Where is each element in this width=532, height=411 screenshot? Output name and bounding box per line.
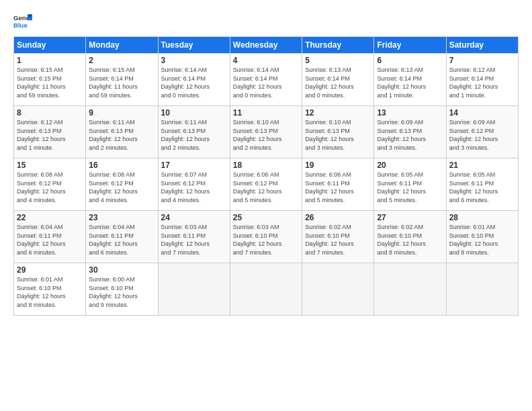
day-info: Sunrise: 6:04 AM Sunset: 6:11 PM Dayligh…	[17, 223, 83, 257]
day-number: 8	[17, 108, 83, 118]
day-number: 17	[161, 161, 227, 170]
table-row: 7Sunrise: 6:12 AM Sunset: 6:14 PM Daylig…	[446, 54, 518, 106]
day-info: Sunrise: 6:11 AM Sunset: 6:13 PM Dayligh…	[89, 118, 154, 152]
day-info: Sunrise: 6:08 AM Sunset: 6:12 PM Dayligh…	[17, 171, 83, 204]
calendar-header-thursday: Thursday	[302, 37, 374, 54]
table-row: 16Sunrise: 6:08 AM Sunset: 6:12 PM Dayli…	[86, 158, 158, 211]
day-info: Sunrise: 6:06 AM Sunset: 6:11 PM Dayligh…	[305, 171, 371, 204]
page: General Blue SundayMondayTuesdayWednesda…	[0, 0, 532, 411]
calendar-header-tuesday: Tuesday	[158, 37, 230, 54]
svg-text:Blue: Blue	[13, 21, 28, 29]
day-info: Sunrise: 6:14 AM Sunset: 6:14 PM Dayligh…	[161, 66, 227, 99]
table-row: 14Sunrise: 6:09 AM Sunset: 6:12 PM Dayli…	[446, 106, 518, 158]
table-row: 17Sunrise: 6:07 AM Sunset: 6:12 PM Dayli…	[158, 158, 230, 211]
day-number: 23	[89, 213, 154, 222]
table-row: 30Sunrise: 6:00 AM Sunset: 6:10 PM Dayli…	[86, 263, 158, 316]
day-info: Sunrise: 6:07 AM Sunset: 6:12 PM Dayligh…	[161, 171, 227, 204]
table-row: 26Sunrise: 6:02 AM Sunset: 6:10 PM Dayli…	[302, 211, 374, 263]
calendar-week-4: 29Sunrise: 6:01 AM Sunset: 6:10 PM Dayli…	[14, 263, 519, 316]
day-number: 29	[17, 265, 83, 275]
day-info: Sunrise: 6:05 AM Sunset: 6:11 PM Dayligh…	[377, 171, 443, 204]
day-number: 2	[89, 56, 154, 65]
day-number: 19	[305, 161, 371, 170]
table-row	[158, 263, 230, 316]
day-number: 9	[89, 108, 154, 118]
day-number: 5	[305, 56, 371, 65]
day-number: 24	[161, 213, 227, 222]
table-row: 27Sunrise: 6:02 AM Sunset: 6:10 PM Dayli…	[374, 211, 446, 263]
day-number: 13	[377, 108, 443, 118]
day-info: Sunrise: 6:02 AM Sunset: 6:10 PM Dayligh…	[305, 223, 371, 257]
header: General Blue	[13, 12, 519, 31]
table-row: 15Sunrise: 6:08 AM Sunset: 6:12 PM Dayli…	[14, 158, 86, 211]
calendar-header-sunday: Sunday	[14, 37, 86, 54]
day-info: Sunrise: 6:04 AM Sunset: 6:11 PM Dayligh…	[89, 223, 154, 257]
logo: General Blue	[13, 12, 32, 31]
day-number: 30	[89, 265, 154, 275]
day-number: 7	[449, 56, 515, 65]
day-info: Sunrise: 6:01 AM Sunset: 6:10 PM Dayligh…	[17, 275, 83, 309]
day-number: 25	[233, 213, 299, 222]
day-info: Sunrise: 6:06 AM Sunset: 6:12 PM Dayligh…	[233, 171, 299, 204]
day-info: Sunrise: 6:10 AM Sunset: 6:13 PM Dayligh…	[305, 118, 371, 152]
table-row: 28Sunrise: 6:01 AM Sunset: 6:10 PM Dayli…	[446, 211, 518, 263]
day-info: Sunrise: 6:10 AM Sunset: 6:13 PM Dayligh…	[233, 118, 299, 152]
day-info: Sunrise: 6:08 AM Sunset: 6:12 PM Dayligh…	[89, 171, 154, 204]
day-number: 26	[305, 213, 371, 222]
day-info: Sunrise: 6:15 AM Sunset: 6:14 PM Dayligh…	[89, 66, 154, 99]
table-row: 9Sunrise: 6:11 AM Sunset: 6:13 PM Daylig…	[86, 106, 158, 158]
table-row: 1Sunrise: 6:15 AM Sunset: 6:15 PM Daylig…	[14, 54, 86, 106]
day-number: 6	[377, 56, 443, 65]
day-number: 14	[449, 108, 515, 118]
table-row: 10Sunrise: 6:11 AM Sunset: 6:13 PM Dayli…	[158, 106, 230, 158]
day-info: Sunrise: 6:01 AM Sunset: 6:10 PM Dayligh…	[449, 223, 515, 257]
table-row: 23Sunrise: 6:04 AM Sunset: 6:11 PM Dayli…	[86, 211, 158, 263]
day-number: 3	[161, 56, 227, 65]
day-info: Sunrise: 6:14 AM Sunset: 6:14 PM Dayligh…	[233, 66, 299, 99]
calendar-header-saturday: Saturday	[446, 37, 518, 54]
table-row: 6Sunrise: 6:13 AM Sunset: 6:14 PM Daylig…	[374, 54, 446, 106]
day-number: 22	[17, 213, 83, 222]
calendar-header-friday: Friday	[374, 37, 446, 54]
day-number: 20	[377, 161, 443, 170]
day-info: Sunrise: 6:03 AM Sunset: 6:11 PM Dayligh…	[161, 223, 227, 257]
table-row: 19Sunrise: 6:06 AM Sunset: 6:11 PM Dayli…	[302, 158, 374, 211]
table-row: 12Sunrise: 6:10 AM Sunset: 6:13 PM Dayli…	[302, 106, 374, 158]
table-row: 8Sunrise: 6:12 AM Sunset: 6:13 PM Daylig…	[14, 106, 86, 158]
table-row: 11Sunrise: 6:10 AM Sunset: 6:13 PM Dayli…	[230, 106, 302, 158]
table-row	[446, 263, 518, 316]
table-row: 22Sunrise: 6:04 AM Sunset: 6:11 PM Dayli…	[14, 211, 86, 263]
table-row: 21Sunrise: 6:05 AM Sunset: 6:11 PM Dayli…	[446, 158, 518, 211]
table-row: 3Sunrise: 6:14 AM Sunset: 6:14 PM Daylig…	[158, 54, 230, 106]
day-number: 1	[17, 56, 83, 65]
table-row: 29Sunrise: 6:01 AM Sunset: 6:10 PM Dayli…	[14, 263, 86, 316]
table-row	[302, 263, 374, 316]
day-info: Sunrise: 6:09 AM Sunset: 6:13 PM Dayligh…	[377, 118, 443, 152]
day-info: Sunrise: 6:12 AM Sunset: 6:13 PM Dayligh…	[17, 118, 83, 152]
day-number: 11	[233, 108, 299, 118]
day-info: Sunrise: 6:11 AM Sunset: 6:13 PM Dayligh…	[161, 118, 227, 152]
day-info: Sunrise: 6:09 AM Sunset: 6:12 PM Dayligh…	[449, 118, 515, 152]
day-number: 18	[233, 161, 299, 170]
calendar-table: SundayMondayTuesdayWednesdayThursdayFrid…	[13, 36, 519, 316]
day-info: Sunrise: 6:02 AM Sunset: 6:10 PM Dayligh…	[377, 223, 443, 257]
day-number: 21	[449, 161, 515, 170]
table-row	[374, 263, 446, 316]
logo-icon: General Blue	[13, 12, 32, 31]
day-number: 27	[377, 213, 443, 222]
table-row: 18Sunrise: 6:06 AM Sunset: 6:12 PM Dayli…	[230, 158, 302, 211]
day-info: Sunrise: 6:15 AM Sunset: 6:15 PM Dayligh…	[17, 66, 83, 99]
calendar-week-0: 1Sunrise: 6:15 AM Sunset: 6:15 PM Daylig…	[14, 54, 519, 106]
day-info: Sunrise: 6:05 AM Sunset: 6:11 PM Dayligh…	[449, 171, 515, 204]
calendar-week-1: 8Sunrise: 6:12 AM Sunset: 6:13 PM Daylig…	[14, 106, 519, 158]
calendar-week-3: 22Sunrise: 6:04 AM Sunset: 6:11 PM Dayli…	[14, 211, 519, 263]
day-number: 10	[161, 108, 227, 118]
table-row	[230, 263, 302, 316]
day-info: Sunrise: 6:13 AM Sunset: 6:14 PM Dayligh…	[305, 66, 371, 99]
day-number: 16	[89, 161, 154, 170]
table-row: 24Sunrise: 6:03 AM Sunset: 6:11 PM Dayli…	[158, 211, 230, 263]
table-row: 5Sunrise: 6:13 AM Sunset: 6:14 PM Daylig…	[302, 54, 374, 106]
table-row: 20Sunrise: 6:05 AM Sunset: 6:11 PM Dayli…	[374, 158, 446, 211]
table-row: 4Sunrise: 6:14 AM Sunset: 6:14 PM Daylig…	[230, 54, 302, 106]
calendar-header-wednesday: Wednesday	[230, 37, 302, 54]
